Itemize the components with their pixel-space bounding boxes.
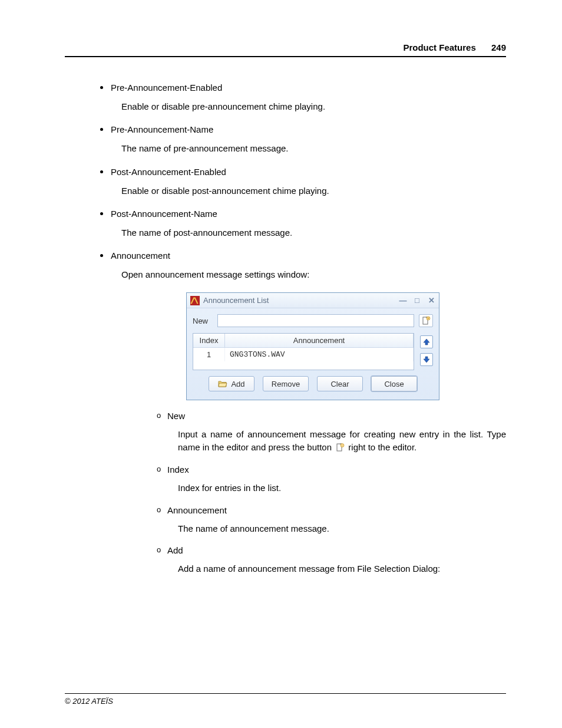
bullet-desc: The name of post-announcement message. xyxy=(121,227,506,239)
bullet-item: Post-Announcement-Name The name of post-… xyxy=(111,209,506,239)
arrow-down-icon xyxy=(423,356,430,363)
cell-index: 1 xyxy=(193,348,225,361)
header-divider xyxy=(65,56,506,57)
close-window-button[interactable]: ✕ xyxy=(427,296,435,305)
add-button-label: Add xyxy=(231,380,244,388)
clear-button-label: Clear xyxy=(330,380,349,388)
bullet-term: Post-Announcement-Enabled xyxy=(111,167,506,177)
window-titlebar: Announcement List — □ ✕ xyxy=(187,293,439,308)
sub-desc-text-b: right to the editor. xyxy=(348,442,416,452)
bullet-desc: Enable or disable post-announcement chim… xyxy=(121,185,506,197)
app-icon xyxy=(190,296,200,305)
add-new-entry-button[interactable] xyxy=(419,314,433,327)
svg-marker-4 xyxy=(424,357,429,363)
col-header-index[interactable]: Index xyxy=(193,334,225,347)
bullet-item: Pre-Announcement-Enabled Enable or disab… xyxy=(111,83,506,113)
new-label: New xyxy=(193,317,217,325)
move-up-button[interactable] xyxy=(420,335,433,348)
remove-button-label: Remove xyxy=(272,380,300,388)
clear-button[interactable]: Clear xyxy=(317,376,363,391)
copyright: © 2012 ATEÏS xyxy=(65,697,113,706)
remove-button[interactable]: Remove xyxy=(263,376,309,391)
svg-point-7 xyxy=(340,444,344,447)
sub-item: Announcement The name of announcement me… xyxy=(167,505,506,535)
arrow-up-icon xyxy=(423,338,430,345)
bullet-item: Pre-Announcement-Name The name of pre-an… xyxy=(111,124,506,154)
bullet-desc: Enable or disable pre-announcement chime… xyxy=(121,101,506,113)
bullet-term: Pre-Announcement-Enabled xyxy=(111,83,506,93)
bullet-desc: The name of pre-announcement message. xyxy=(121,143,506,154)
col-header-announcement[interactable]: Announcement xyxy=(225,334,414,347)
cell-announcement: GNG3TONS.WAV xyxy=(225,348,414,361)
move-down-button[interactable] xyxy=(420,353,433,366)
sub-desc: Index for entries in the list. xyxy=(178,482,506,495)
new-file-icon xyxy=(421,316,431,325)
svg-marker-3 xyxy=(424,339,429,345)
bullet-item: Announcement Open announcement message s… xyxy=(111,251,506,575)
new-name-input[interactable] xyxy=(217,314,414,327)
footer-divider xyxy=(65,693,506,694)
bullet-item: Post-Announcement-Enabled Enable or disa… xyxy=(111,167,506,197)
sub-item: Add Add a name of announcement message f… xyxy=(167,545,506,575)
minimize-button[interactable]: — xyxy=(399,296,407,305)
sub-desc: Add a name of announcement message from … xyxy=(178,562,506,575)
folder-open-icon xyxy=(218,380,227,388)
maximize-button[interactable]: □ xyxy=(413,296,421,305)
sub-term: Add xyxy=(167,545,506,555)
bullet-term: Pre-Announcement-Name xyxy=(111,124,506,134)
sub-term: Index xyxy=(167,465,506,475)
add-button[interactable]: Add xyxy=(209,376,254,391)
announcement-list-window: Announcement List — □ ✕ New xyxy=(186,292,439,400)
sub-desc: Input a name of announcement message for… xyxy=(178,428,506,454)
bullet-term: Post-Announcement-Name xyxy=(111,209,506,219)
announcement-table: Index Announcement 1 GNG3TONS.WAV xyxy=(193,333,414,370)
close-button-label: Close xyxy=(384,380,404,388)
window-title: Announcement List xyxy=(203,296,399,305)
sub-term: Announcement xyxy=(167,505,506,515)
sub-desc: The name of announcement message. xyxy=(178,522,506,535)
page-number: 249 xyxy=(491,42,506,52)
table-row[interactable]: 1 GNG3TONS.WAV xyxy=(193,348,414,361)
sub-term: New xyxy=(167,411,506,421)
bullet-desc: Open announcement message settings windo… xyxy=(121,269,506,281)
bullet-term: Announcement xyxy=(111,251,506,261)
sub-item: New Input a name of announcement message… xyxy=(167,411,506,454)
page-header-title: Product Features xyxy=(403,42,475,52)
close-button[interactable]: Close xyxy=(371,376,417,391)
new-file-inline-icon xyxy=(335,442,345,450)
sub-item: Index Index for entries in the list. xyxy=(167,465,506,495)
